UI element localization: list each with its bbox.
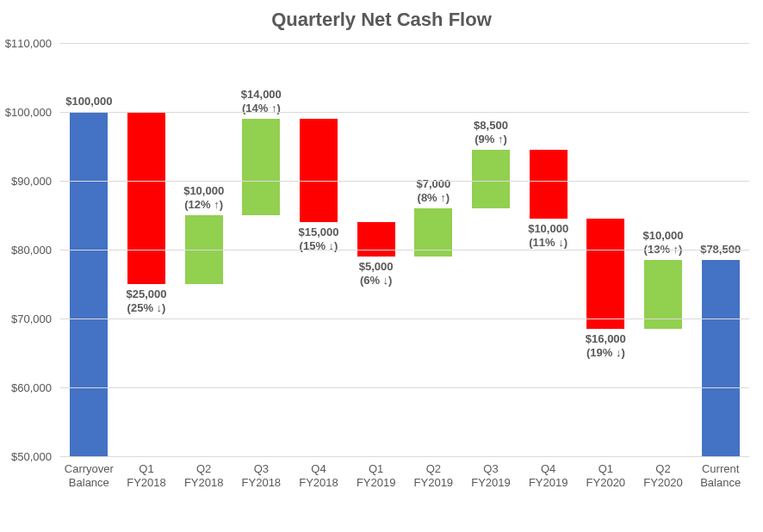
grid-line bbox=[60, 181, 749, 182]
x-tick-label: Q2FY2018 bbox=[184, 462, 224, 489]
x-tick-label: Q1FY2020 bbox=[586, 462, 626, 489]
y-tick-label: $90,000 bbox=[0, 175, 52, 188]
y-tick-label: $60,000 bbox=[0, 381, 52, 394]
bar-total bbox=[70, 112, 108, 456]
grid-line bbox=[60, 319, 749, 319]
bar-value-label: $100,000 bbox=[50, 95, 127, 108]
chart-container: Quarterly Net Cash Flow $100,000$25,000(… bbox=[0, 0, 763, 532]
bar-value-label: $16,000(19% ↓) bbox=[567, 332, 644, 361]
x-tick-label: Q3FY2018 bbox=[242, 462, 282, 489]
x-axis: CarryoverBalanceQ1FY2018Q2FY2018Q3FY2018… bbox=[60, 456, 749, 457]
y-tick-label: $50,000 bbox=[0, 450, 52, 463]
y-tick-label: $80,000 bbox=[0, 244, 52, 257]
bar-decrease bbox=[357, 222, 395, 257]
bar-value-label: $10,000(12% ↑) bbox=[165, 184, 243, 213]
bar-value-label: $10,000(11% ↓) bbox=[510, 222, 587, 251]
x-tick-label: Q1FY2018 bbox=[127, 462, 166, 489]
bar-value-label: $10,000(13% ↑) bbox=[624, 229, 702, 257]
x-tick-label: Q1FY2019 bbox=[357, 462, 396, 489]
bar-increase bbox=[472, 150, 510, 208]
x-tick-label: Q3FY2019 bbox=[471, 462, 511, 489]
bar-value-label: $8,500(9% ↑) bbox=[452, 119, 530, 147]
bar-value-label: $5,000(6% ↓) bbox=[338, 260, 415, 288]
x-tick-label: CarryoverBalance bbox=[65, 462, 114, 489]
x-tick-label: Q4FY2018 bbox=[299, 462, 338, 489]
bar-decrease bbox=[127, 112, 165, 284]
x-tick-label: Q2FY2020 bbox=[643, 462, 683, 489]
grid-line bbox=[60, 112, 749, 113]
x-tick-label: Q2FY2019 bbox=[414, 462, 454, 489]
y-tick-label: $70,000 bbox=[0, 312, 52, 325]
chart-title: Quarterly Net Cash Flow bbox=[0, 9, 763, 31]
bar-value-label: $25,000(25% ↓) bbox=[108, 288, 185, 316]
plot-area: $100,000$25,000(25% ↓)$10,000(12% ↑)$14,… bbox=[60, 43, 749, 456]
bar-total bbox=[702, 260, 740, 456]
x-tick-label: CurrentBalance bbox=[700, 462, 741, 489]
grid-line bbox=[60, 43, 749, 44]
x-tick-label: Q4FY2019 bbox=[529, 462, 568, 489]
bar-decrease bbox=[300, 119, 338, 222]
bar-decrease bbox=[586, 219, 624, 329]
bar-decrease bbox=[530, 150, 568, 219]
grid-line bbox=[60, 387, 749, 388]
y-tick-label: $110,000 bbox=[0, 37, 52, 50]
grid-line bbox=[60, 250, 749, 251]
bar-increase bbox=[242, 119, 280, 215]
y-tick-label: $100,000 bbox=[0, 106, 52, 119]
